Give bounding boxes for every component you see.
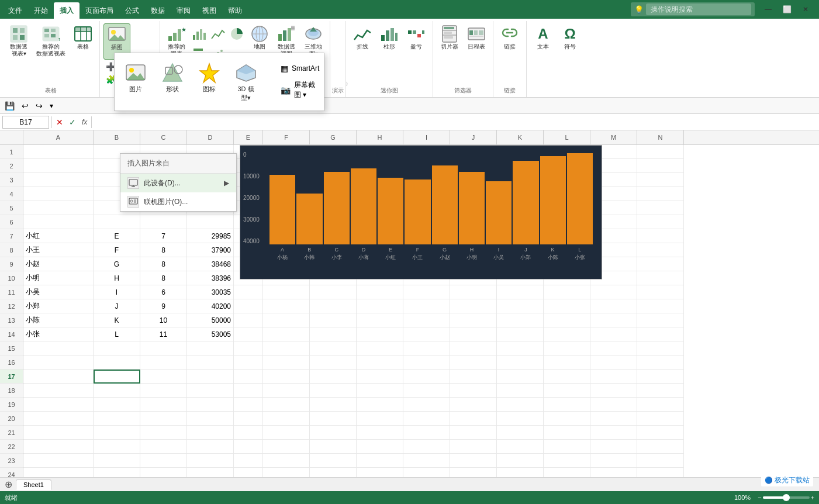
cell-C17[interactable] xyxy=(140,370,187,384)
cell-E15[interactable] xyxy=(234,341,263,355)
cell-G11[interactable] xyxy=(310,285,357,299)
cell-B12[interactable]: J xyxy=(94,299,140,313)
sheet-tab-1[interactable]: Sheet1 xyxy=(16,479,51,490)
cell-F18[interactable] xyxy=(263,384,310,398)
cell-B23[interactable] xyxy=(94,454,140,468)
cell-D21[interactable] xyxy=(187,426,234,440)
col-header-D[interactable]: D xyxy=(187,130,234,144)
cell-F13[interactable] xyxy=(263,313,310,327)
ribbon-tab-页面布局[interactable]: 页面布局 xyxy=(80,2,119,19)
cell-L19[interactable] xyxy=(544,398,590,412)
insert-icon-button[interactable]: 图标 xyxy=(193,58,225,97)
cell-E12[interactable] xyxy=(234,299,263,313)
cell-E22[interactable] xyxy=(234,440,263,454)
cell-E13[interactable] xyxy=(234,313,263,327)
row-header-4[interactable]: 4 xyxy=(0,187,23,201)
ribbon-tab-数据[interactable]: 数据 xyxy=(145,2,171,19)
cell-A21[interactable] xyxy=(23,426,94,440)
cell-M16[interactable] xyxy=(590,355,637,370)
cell-B10[interactable]: H xyxy=(94,271,140,285)
symbol-button[interactable]: Ω 符号 xyxy=(557,23,583,51)
cell-K22[interactable] xyxy=(497,440,544,454)
cell-I11[interactable] xyxy=(403,285,450,299)
cell-K17[interactable] xyxy=(497,370,544,384)
table-button[interactable]: 表格 xyxy=(70,23,96,51)
text-button[interactable]: A 文本 xyxy=(530,23,556,51)
cell-F17[interactable] xyxy=(263,370,310,384)
cell-C11[interactable]: 6 xyxy=(140,285,187,299)
cell-A19[interactable] xyxy=(23,398,94,412)
cell-N19[interactable] xyxy=(637,398,684,412)
add-sheet-button[interactable]: ⊕ xyxy=(2,479,15,490)
cell-J16[interactable] xyxy=(450,355,497,370)
cell-H20[interactable] xyxy=(357,412,403,426)
insert-online-image-item[interactable]: 联机图片(O)... xyxy=(120,192,236,211)
cell-F11[interactable] xyxy=(263,285,310,299)
cell-N11[interactable] xyxy=(637,285,684,299)
cell-G16[interactable] xyxy=(310,355,357,370)
zoom-in-button[interactable]: + xyxy=(811,494,814,501)
ribbon-tab-帮助[interactable]: 帮助 xyxy=(222,2,248,19)
cell-C9[interactable]: 8 xyxy=(140,257,187,271)
ribbon-tab-审阅[interactable]: 审阅 xyxy=(171,2,196,19)
cell-G19[interactable] xyxy=(310,398,357,412)
col-header-H[interactable]: H xyxy=(357,130,403,144)
cell-N7[interactable] xyxy=(637,229,684,243)
cell-M15[interactable] xyxy=(590,341,637,355)
cell-K18[interactable] xyxy=(497,384,544,398)
insert-function-icon[interactable]: fx xyxy=(80,118,89,126)
col-header-B[interactable]: B xyxy=(94,130,140,144)
cell-D23[interactable] xyxy=(187,454,234,468)
sparkline-winloss-button[interactable]: 盈亏 xyxy=(403,23,429,51)
line-chart-button[interactable] xyxy=(209,26,227,45)
insert-image-button[interactable]: 图片 xyxy=(119,58,151,97)
map-button[interactable]: 地图 xyxy=(247,23,272,51)
cell-L11[interactable] xyxy=(544,285,590,299)
cell-J14[interactable] xyxy=(450,327,497,341)
insert-from-device-item[interactable]: 此设备(D)... ▶ xyxy=(120,174,236,192)
cell-H13[interactable] xyxy=(357,313,403,327)
cell-H11[interactable] xyxy=(357,285,403,299)
cell-B14[interactable]: L xyxy=(94,327,140,341)
slicer-button[interactable]: 切片器 xyxy=(437,23,462,51)
cell-D13[interactable]: 50000 xyxy=(187,313,234,327)
cell-A22[interactable] xyxy=(23,440,94,454)
confirm-formula-icon[interactable]: ✓ xyxy=(67,118,78,127)
cell-N17[interactable] xyxy=(637,370,684,384)
cell-D7[interactable]: 29985 xyxy=(187,229,234,243)
cell-M13[interactable] xyxy=(590,313,637,327)
cell-A5[interactable] xyxy=(23,201,94,215)
row-header-16[interactable]: 16 xyxy=(0,355,23,370)
cell-C8[interactable]: 8 xyxy=(140,243,187,257)
col-header-J[interactable]: J xyxy=(450,130,497,144)
cell-A13[interactable]: 小陈 xyxy=(23,313,94,327)
cell-C21[interactable] xyxy=(140,426,187,440)
close-button[interactable]: ✕ xyxy=(797,4,814,15)
col-header-K[interactable]: K xyxy=(497,130,544,144)
cell-L17[interactable] xyxy=(544,370,590,384)
cell-K15[interactable] xyxy=(497,341,544,355)
cell-M19[interactable] xyxy=(590,398,637,412)
col-header-E[interactable]: E xyxy=(234,130,263,144)
cell-A17[interactable] xyxy=(23,370,94,384)
cell-C22[interactable] xyxy=(140,440,187,454)
cell-K11[interactable] xyxy=(497,285,544,299)
cell-C18[interactable] xyxy=(140,384,187,398)
row-header-7[interactable]: 7 xyxy=(0,229,23,243)
cell-A11[interactable]: 小吴 xyxy=(23,285,94,299)
row-header-12[interactable]: 12 xyxy=(0,299,23,313)
row-header-21[interactable]: 21 xyxy=(0,426,23,440)
cell-A9[interactable]: 小赵 xyxy=(23,257,94,271)
cell-K19[interactable] xyxy=(497,398,544,412)
cell-C7[interactable]: 7 xyxy=(140,229,187,243)
cell-I15[interactable] xyxy=(403,341,450,355)
recommend-pivot-button[interactable]: ★ 推荐的数据透视表 xyxy=(33,23,69,58)
cell-N4[interactable] xyxy=(637,187,684,201)
cell-G22[interactable] xyxy=(310,440,357,454)
cell-E18[interactable] xyxy=(234,384,263,398)
cell-C15[interactable] xyxy=(140,341,187,355)
cell-F15[interactable] xyxy=(263,341,310,355)
cell-B20[interactable] xyxy=(94,412,140,426)
row-header-11[interactable]: 11 xyxy=(0,285,23,299)
cell-F12[interactable] xyxy=(263,299,310,313)
